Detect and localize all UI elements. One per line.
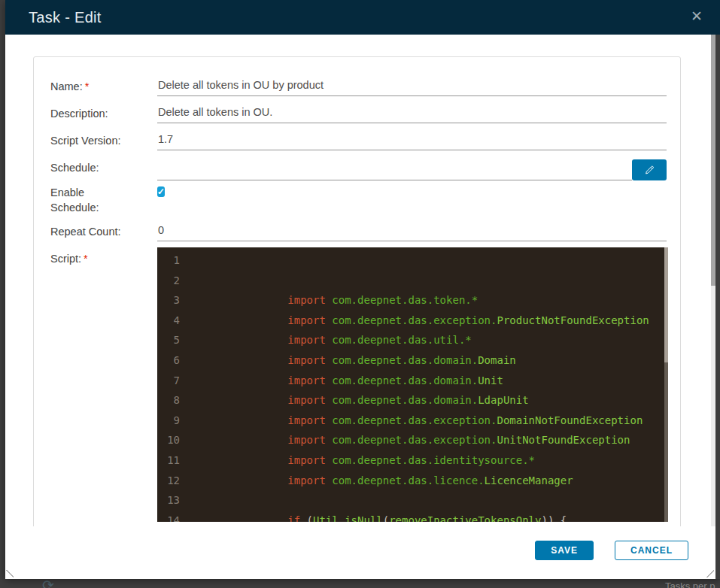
dialog-title: Task - Edit [29, 0, 102, 35]
resize-grip-right[interactable] [706, 570, 714, 577]
code-line: 14 if (Util.isNull(removeInactiveTokensO… [157, 511, 668, 522]
code-line: 4 import com.deepnet.das.exception.Produ… [157, 311, 668, 331]
name-label: Name:* [50, 78, 157, 94]
code-line: 11 import com.deepnet.das.identitysource… [157, 450, 668, 471]
name-row: Name:* [50, 78, 667, 96]
dialog-body: Name:* Description: Script Version: Sche… [5, 35, 715, 579]
line-number: 4 [157, 311, 180, 331]
resize-grip-left[interactable] [6, 570, 14, 577]
save-button[interactable]: SAVE [535, 541, 594, 560]
dialog-scrollbar[interactable] [711, 35, 715, 526]
line-number: 3 [157, 290, 180, 311]
script-label: Script:* [50, 250, 157, 266]
line-number: 10 [157, 430, 180, 450]
code-line: 6 import com.deepnet.das.domain.Domain [157, 350, 668, 371]
code-line: 3 import com.deepnet.das.token.* [157, 290, 668, 311]
code-line: 5 import com.deepnet.das.util.* [157, 330, 668, 350]
line-number: 13 [157, 490, 180, 511]
schedule-row: Schedule: [50, 159, 667, 180]
enable-schedule-label: Enable Schedule: [50, 184, 157, 215]
description-input[interactable] [157, 106, 667, 123]
required-marker: * [85, 80, 90, 92]
task-form-card: Name:* Description: Script Version: Sche… [33, 56, 681, 526]
script-editor-lines: 123 import com.deepnet.das.token.*4 impo… [157, 247, 668, 522]
editor-scrollbar-thumb[interactable] [664, 247, 668, 362]
dialog-scrollbar-thumb[interactable] [711, 35, 715, 286]
line-number: 12 [157, 471, 180, 491]
repeat-count-row: Repeat Count: [50, 223, 667, 241]
line-number: 5 [157, 330, 180, 350]
line-number: 9 [157, 411, 180, 431]
script-version-label: Script Version: [50, 132, 157, 148]
required-marker: * [84, 253, 88, 265]
schedule-input[interactable] [157, 165, 632, 180]
script-version-row: Script Version: [50, 132, 667, 150]
line-number: 1 [157, 250, 180, 271]
code-line: 9 import com.deepnet.das.exception.Domai… [157, 411, 668, 431]
line-number: 6 [157, 350, 180, 371]
cancel-button[interactable]: CANCEL [615, 541, 688, 560]
script-version-input[interactable] [157, 133, 667, 150]
close-icon[interactable]: ✕ [688, 8, 706, 26]
line-number: 7 [157, 371, 180, 391]
line-number: 11 [157, 450, 180, 471]
edit-schedule-button[interactable] [632, 159, 667, 180]
pencil-icon [643, 164, 655, 176]
dialog-scroll-area: Name:* Description: Script Version: Sche… [5, 35, 711, 526]
repeat-count-input[interactable] [157, 224, 667, 241]
dialog-footer: SAVE CANCEL [5, 526, 711, 579]
task-edit-dialog: Task - Edit ✕ Name:* Description: Script… [5, 0, 720, 579]
schedule-label: Schedule: [50, 159, 157, 175]
description-label: Description: [50, 105, 157, 121]
description-row: Description: [50, 105, 667, 123]
editor-scrollbar[interactable] [664, 247, 668, 522]
line-number: 2 [157, 271, 180, 291]
code-line: 13 [157, 490, 668, 511]
script-row: Script:* 123 import com.deepnet.das.toke… [50, 250, 667, 522]
background-page-text: Tasks per p [665, 580, 715, 588]
code-line: 7 import com.deepnet.das.domain.Unit [157, 371, 668, 391]
dialog-header: Task - Edit ✕ [5, 0, 720, 35]
enable-schedule-row: Enable Schedule: ✓ [50, 184, 667, 215]
line-number: 8 [157, 390, 180, 411]
code-line: 2 [157, 271, 668, 291]
code-line: 12 import com.deepnet.das.licence.Licenc… [157, 471, 668, 491]
code-line: 8 import com.deepnet.das.domain.LdapUnit [157, 390, 668, 411]
code-line: 1 [157, 250, 668, 271]
name-input[interactable] [157, 79, 667, 96]
line-number: 14 [157, 511, 180, 522]
enable-schedule-checkbox[interactable]: ✓ [157, 186, 165, 197]
script-editor[interactable]: 123 import com.deepnet.das.token.*4 impo… [157, 247, 668, 522]
repeat-count-label: Repeat Count: [50, 223, 157, 239]
code-line: 10 import com.deepnet.das.exception.Unit… [157, 430, 668, 450]
